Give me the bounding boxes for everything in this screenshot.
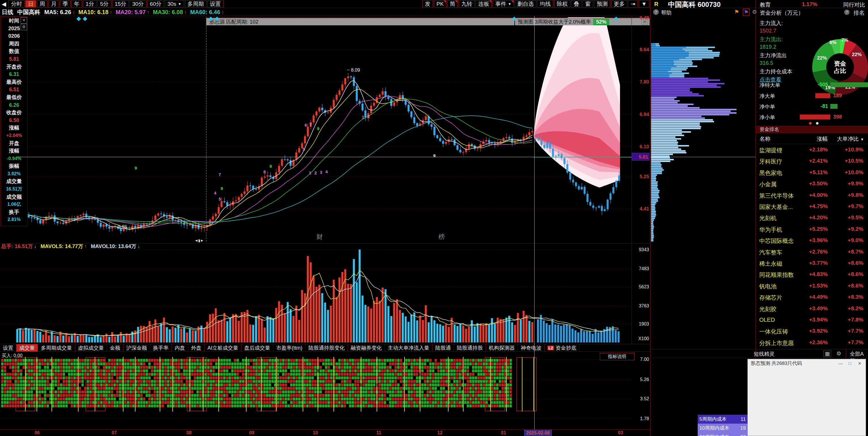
tab-沪深金额[interactable]: 沪深金额 (123, 344, 150, 352)
tab-市盈率(ttm)[interactable]: 市盈率(ttm) (273, 344, 306, 352)
pattern-source-bar[interactable]: 形态源 匹配周期: 102 (206, 18, 515, 25)
ranking-row[interactable]: 光刻机+4.20%+9.5% (756, 212, 867, 223)
toolbar-button-15分[interactable]: 15分 (112, 0, 129, 7)
toolbar-button-5分[interactable]: 5分 (97, 0, 111, 7)
toolbar-button-发[interactable]: 发 (422, 0, 433, 7)
tab-资金抄底[interactable]: L2资金抄底 (545, 344, 580, 352)
popout-icon[interactable]: ▦ (824, 350, 831, 357)
up-arrow-icon: ↑ (221, 9, 224, 15)
ranking-row[interactable]: 中芯国际概念+3.96%+9.0% (756, 235, 867, 246)
toolbar-button-⇥[interactable]: ⇥ (628, 0, 638, 7)
pattern-prediction-dialog[interactable]: 形态预测 共2683只代码 — □ ✕ 匹配度大于: %(0-100%) ? 匹… (747, 359, 866, 436)
toolbar-button-事件[interactable]: 事件▼ (493, 0, 514, 7)
toolbar-button-九转[interactable]: 九转 (459, 0, 475, 7)
toolbar-button-PK[interactable]: PK (434, 0, 446, 7)
col-name[interactable]: 名称 (760, 135, 771, 143)
maximize-icon[interactable]: □ (847, 360, 853, 367)
ranking-row[interactable]: 存储芯片+4.49%+8.3% (756, 291, 867, 303)
ranking-row[interactable]: 钒电池+1.53%+8.6% (756, 280, 867, 291)
toolbar-button-日[interactable]: 日 (25, 0, 36, 7)
toolbar-button-1分[interactable]: 1分 (83, 0, 97, 7)
rank-link[interactable]: 排名 (854, 9, 865, 17)
industry-header[interactable]: 教育 1.17% 同行对比 (756, 0, 868, 8)
tab-融资融券变化[interactable]: 融资融券变化 (348, 344, 385, 352)
toolbar-button-30分[interactable]: 30分 (130, 0, 147, 7)
tab-陆股通持股[interactable]: 陆股通持股 (454, 344, 486, 352)
ranking-row[interactable]: 小金属+3.50%+9.9% (756, 178, 867, 189)
carousel-dot[interactable] (816, 122, 818, 125)
question-icon[interactable]: ? (844, 9, 849, 15)
tab-主动大单净流入量[interactable]: 主动大单净流入量 (385, 344, 432, 352)
ranking-row[interactable]: 一体化压铸+3.92%+7.7% (756, 325, 867, 337)
flag-orange-icon[interactable]: ⚑ (734, 9, 739, 15)
tab-内盘[interactable]: 内盘 (172, 344, 188, 352)
ranking-row[interactable]: 国家大基金...+4.75%+9.7% (756, 201, 867, 212)
gear-icon[interactable]: ⚙ (836, 350, 841, 357)
toolbar-button-更多[interactable]: 更多 (611, 0, 627, 7)
close-icon[interactable]: ✕ (857, 360, 863, 367)
toolbar-button-预测[interactable]: 预测 (594, 0, 610, 7)
gear-icon[interactable]: ⚙ (21, 24, 27, 30)
ranking-row[interactable]: 光刻胶+3.49%+8.2% (756, 303, 867, 314)
help-icon[interactable]: ? (653, 9, 659, 15)
toolbar-button-年[interactable]: 年 (71, 0, 82, 7)
toolbar-button-除权[interactable]: 除权 (554, 0, 570, 7)
ranking-row[interactable]: 牙科医疗+2.41%+10.5% (756, 155, 867, 167)
toolbar-button-30s[interactable]: 30s▼ (165, 0, 184, 7)
toolbar-button-▼[interactable]: ▼ (639, 0, 649, 7)
toolbar-button-窗[interactable]: 窗 (583, 0, 593, 7)
signal-heatmap[interactable] (0, 352, 650, 429)
toolbar-button-季[interactable]: 季 (60, 0, 70, 7)
carousel-dot-active[interactable] (809, 122, 812, 125)
tab-陆股通持股变化[interactable]: 陆股通持股变化 (306, 344, 348, 352)
back-icon[interactable]: ◀ (2, 1, 6, 7)
indicator-help-button[interactable]: 指标说明 (600, 353, 634, 360)
tab-金额[interactable]: 金额 (107, 344, 123, 352)
peer-compare-link[interactable]: 同行对比 (843, 1, 865, 9)
ranking-row[interactable]: 汽车整车+2.76%+8.7% (756, 246, 867, 257)
toolbar-button-简[interactable]: 简 (447, 0, 458, 7)
toolbar-button-设置[interactable]: 设置 (208, 0, 223, 7)
tab-盘后成交量[interactable]: 盘后成交量 (241, 344, 273, 352)
toolbar-button-分时[interactable]: 分时 (8, 0, 25, 7)
toolbar-button-删自选[interactable]: 删自选 (515, 0, 536, 7)
flag-purple-icon[interactable]: ⚑ (743, 9, 749, 16)
tab-多周期成交量[interactable]: 多周期成交量 (38, 344, 75, 352)
cost-row-1[interactable]: 10周期内成本19 (698, 424, 747, 433)
tab-外盘[interactable]: 外盘 (188, 344, 205, 352)
tab-虚拟成交量[interactable]: 虚拟成交量 (75, 344, 107, 352)
ranking-row[interactable]: 同花顺果指数+4.83%+8.6% (756, 269, 867, 280)
ranking-row[interactable]: 盐湖提锂+2.18%+10.9% (756, 144, 867, 155)
minimize-icon[interactable]: — (837, 360, 844, 367)
close-icon[interactable]: ✕ (21, 17, 27, 24)
tab-陆股通[interactable]: 陆股通 (432, 344, 454, 352)
ranking-row[interactable]: 第三代半导体+4.00%+9.8% (756, 190, 867, 201)
tab-换手率[interactable]: 换手率 (150, 344, 172, 352)
toolbar-button-周[interactable]: 周 (37, 0, 48, 7)
ranking-row[interactable]: 黑色家电+5.11%+10.0% (756, 167, 867, 178)
col-netratio[interactable]: 大单净比 ▼ (837, 135, 864, 143)
info-line-18: -0.94% (1, 155, 27, 163)
volume-chart[interactable] (0, 250, 650, 344)
tab-设置[interactable]: 设置 (0, 344, 17, 352)
cost-row-2[interactable]: 20周期内成本37 (698, 433, 747, 436)
ranking-row[interactable]: 华为手机+5.25%+9.2% (756, 224, 867, 235)
toolbar-button-叠[interactable]: 叠 (571, 0, 582, 7)
tab-AI立桩成交量[interactable]: AI立桩成交量 (205, 344, 241, 352)
tab-成交量[interactable]: 成交量 (17, 344, 38, 352)
toolbar-button-连板[interactable]: 连板 (475, 0, 492, 7)
help-label[interactable]: 帮助 (661, 9, 672, 16)
candlestick-chart[interactable]: 8.093.85979459612345679129财榜◄▮► (0, 16, 650, 243)
tab-神奇电波[interactable]: 神奇电波 (518, 344, 545, 352)
cost-row-0[interactable]: 5周期内成本11 (698, 415, 747, 424)
ranking-row[interactable]: OLED+3.94%+7.8% (756, 314, 867, 325)
toolbar-button-多周期[interactable]: 多周期 (185, 0, 207, 7)
toolbar-button-月[interactable]: 月 (48, 0, 59, 7)
ranking-row[interactable]: 分拆上市意愿+2.36%+7.7% (756, 337, 867, 348)
toolbar-button-60分[interactable]: 60分 (147, 0, 164, 7)
toolbar-button-均线[interactable]: 均线 (537, 0, 553, 7)
ranking-row[interactable]: 稀土永磁+3.77%+8.6% (756, 257, 867, 269)
prediction-bar[interactable]: 预测图 3周期收益大于2.0%概率 52% ✕ (515, 18, 650, 25)
tab-机构探测器[interactable]: 机构探测器 (486, 344, 518, 352)
col-change[interactable]: 涨幅 (817, 135, 828, 143)
